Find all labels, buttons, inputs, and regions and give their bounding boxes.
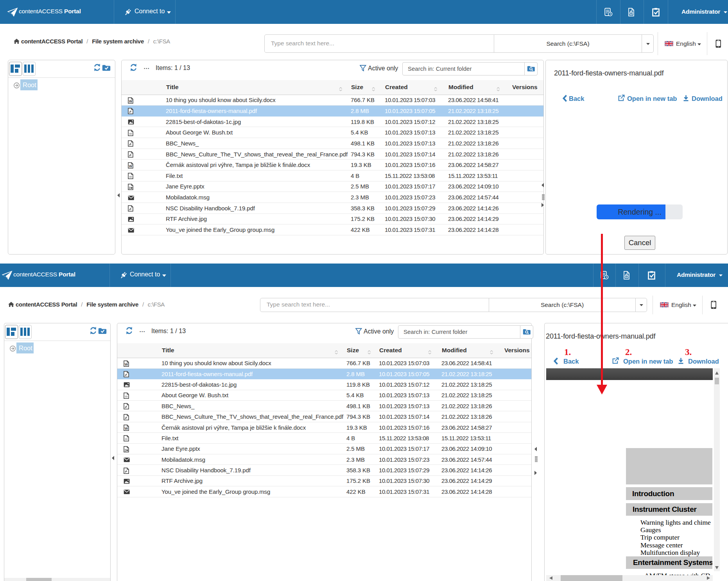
svg-text:W: W: [125, 362, 128, 366]
svg-text:W: W: [125, 427, 128, 430]
svg-text:W: W: [129, 164, 133, 168]
svg-text:W: W: [129, 99, 133, 103]
